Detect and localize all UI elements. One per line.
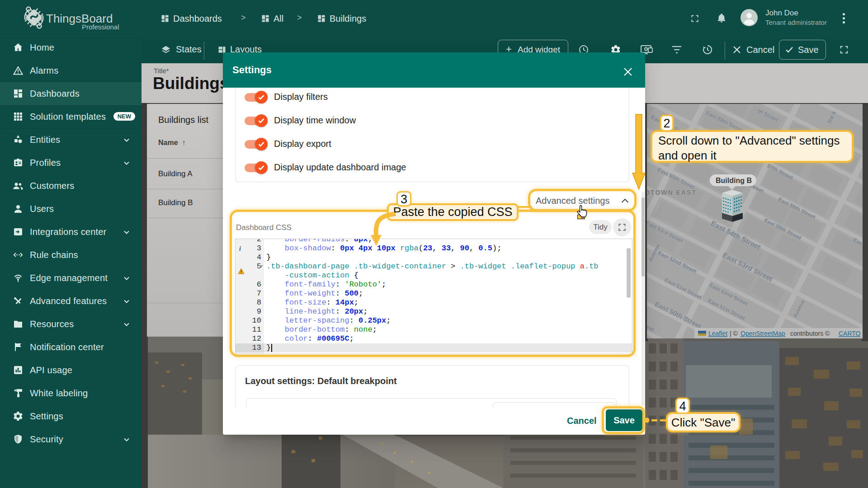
svg-text:CARTO: CARTO [839,330,861,337]
svg-text:DTOWN EAST: DTOWN EAST [647,189,697,196]
svg-text:Building B: Building B [716,177,752,184]
svg-text:| ©: | © [730,330,738,337]
svg-text:contributors ©: contributors © [790,330,830,337]
svg-text:Leaflet: Leaflet [708,330,727,337]
svg-text:OpenStreetMap: OpenStreetMap [741,330,785,337]
